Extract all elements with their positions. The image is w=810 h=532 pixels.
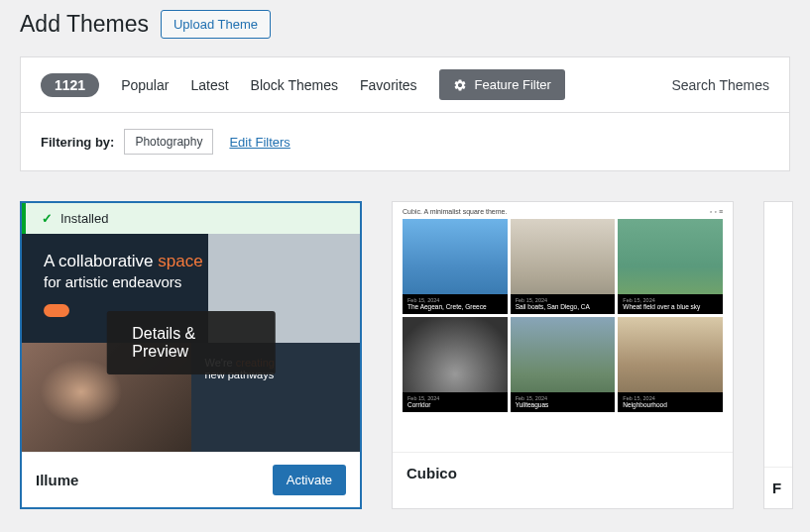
search-themes-label[interactable]: Search Themes xyxy=(671,77,769,93)
installed-banner: ✓ Installed xyxy=(22,203,360,234)
theme-screenshot: A collaborative space for artistic endea… xyxy=(22,234,360,452)
tile-date: Feb 15, 2024 xyxy=(407,297,503,304)
illume-title-a: A collaborative xyxy=(44,252,154,270)
cubico-tile: Feb 15, 2024The Aegean, Crete, Greece xyxy=(403,219,508,314)
themes-grid: ✓ Installed A collaborative space for ar… xyxy=(20,201,790,509)
filtering-row: Filtering by: Photography Edit Filters xyxy=(20,113,790,171)
theme-footer: Illume Activate xyxy=(22,452,360,507)
page-header: Add Themes Upload Theme xyxy=(20,10,790,39)
theme-count-pill: 1121 xyxy=(41,73,99,97)
theme-screenshot: Cubic. A minimalist square theme. ◦ ◦ ≡ … xyxy=(393,202,733,452)
theme-card-cubico[interactable]: Cubic. A minimalist square theme. ◦ ◦ ≡ … xyxy=(392,201,734,509)
illume-cta-pill xyxy=(44,304,69,317)
cubico-tile: Feb 15, 2024Corridor xyxy=(403,317,508,412)
theme-name: Illume xyxy=(36,472,78,488)
filter-favorites[interactable]: Favorites xyxy=(360,77,417,93)
filter-popular[interactable]: Popular xyxy=(121,77,169,93)
filter-block-themes[interactable]: Block Themes xyxy=(251,77,338,93)
filtering-by-label: Filtering by: xyxy=(41,135,114,150)
tile-date: Feb 15, 2024 xyxy=(623,297,718,304)
edit-filters-link[interactable]: Edit Filters xyxy=(229,135,289,150)
check-icon: ✓ xyxy=(42,211,53,226)
theme-card-partial[interactable]: F xyxy=(763,201,793,509)
activate-button[interactable]: Activate xyxy=(273,465,346,495)
tile-title: Corridor xyxy=(407,401,430,408)
cubico-tile: Feb 15, 2024Sail boats, San Diego, CA xyxy=(511,219,616,314)
tile-title: Wheat field over a blue sky xyxy=(623,303,700,310)
cubico-tile: Feb 15, 2024Yuliteaguas xyxy=(511,317,616,412)
filter-latest[interactable]: Latest xyxy=(190,77,228,93)
tile-date: Feb 15, 2024 xyxy=(407,395,503,402)
cubico-caption: Cubic. A minimalist square theme. xyxy=(403,208,507,215)
tile-title: Neighbourhood xyxy=(623,401,666,408)
details-preview-button[interactable]: Details & Preview xyxy=(106,311,276,374)
tile-title: The Aegean, Crete, Greece xyxy=(407,303,487,310)
feature-filter-label: Feature Filter xyxy=(475,77,551,92)
tile-date: Feb 15, 2024 xyxy=(516,395,611,402)
tile-title: Yuliteaguas xyxy=(516,401,549,408)
cubico-nav-icons: ◦ ◦ ≡ xyxy=(710,208,723,215)
filter-tag[interactable]: Photography xyxy=(124,129,213,155)
upload-theme-button[interactable]: Upload Theme xyxy=(161,10,271,39)
gear-icon xyxy=(453,78,467,92)
cubico-tile: Feb 15, 2024Neighbourhood xyxy=(618,317,723,412)
tile-date: Feb 15, 2024 xyxy=(516,297,611,304)
tile-date: Feb 15, 2024 xyxy=(623,395,718,402)
cubico-tile: Feb 15, 2024Wheat field over a blue sky xyxy=(618,219,723,314)
theme-name: Cubico xyxy=(406,465,457,481)
theme-footer: Cubico xyxy=(393,452,733,493)
theme-card-illume[interactable]: ✓ Installed A collaborative space for ar… xyxy=(20,201,362,509)
illume-title-b: space xyxy=(158,252,202,270)
installed-label: Installed xyxy=(60,211,108,226)
theme-name: F xyxy=(764,467,792,508)
page-title: Add Themes xyxy=(20,11,149,38)
illume-subtitle: for artistic endeavors xyxy=(44,273,338,290)
tile-title: Sail boats, San Diego, CA xyxy=(516,303,590,310)
feature-filter-button[interactable]: Feature Filter xyxy=(439,69,565,100)
filter-bar: 1121 Popular Latest Block Themes Favorit… xyxy=(20,56,790,113)
